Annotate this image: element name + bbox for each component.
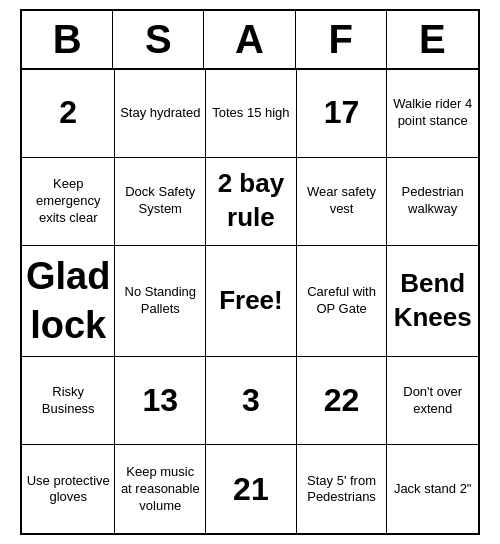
header-letter-s: S [113, 11, 204, 68]
bingo-cell-22: 21 [206, 445, 297, 533]
bingo-cell-19: Don't over extend [387, 357, 478, 445]
bingo-cell-2: Totes 15 high [206, 70, 297, 158]
bingo-cell-12: Free! [206, 246, 297, 358]
bingo-cell-7: 2 bay rule [206, 158, 297, 246]
bingo-header: BSAFE [22, 11, 478, 70]
bingo-cell-20: Use protective gloves [22, 445, 115, 533]
bingo-grid: 2Stay hydratedTotes 15 high17Walkie ride… [22, 70, 478, 534]
bingo-cell-21: Keep music at reasonable volume [115, 445, 206, 533]
bingo-cell-1: Stay hydrated [115, 70, 206, 158]
bingo-cell-6: Dock Safety System [115, 158, 206, 246]
bingo-cell-10: Glad lock [22, 246, 115, 358]
header-letter-f: F [296, 11, 387, 68]
bingo-cell-18: 22 [297, 357, 388, 445]
bingo-cell-0: 2 [22, 70, 115, 158]
bingo-cell-4: Walkie rider 4 point stance [387, 70, 478, 158]
header-letter-b: B [22, 11, 113, 68]
bingo-card: BSAFE 2Stay hydratedTotes 15 high17Walki… [20, 9, 480, 536]
bingo-cell-13: Careful with OP Gate [297, 246, 388, 358]
bingo-cell-14: Bend Knees [387, 246, 478, 358]
bingo-cell-8: Wear safety vest [297, 158, 388, 246]
header-letter-a: A [204, 11, 295, 68]
bingo-cell-23: Stay 5' from Pedestrians [297, 445, 388, 533]
bingo-cell-5: Keep emergency exits clear [22, 158, 115, 246]
bingo-cell-3: 17 [297, 70, 388, 158]
bingo-cell-11: No Standing Pallets [115, 246, 206, 358]
bingo-cell-17: 3 [206, 357, 297, 445]
bingo-cell-15: Risky Business [22, 357, 115, 445]
header-letter-e: E [387, 11, 478, 68]
bingo-cell-24: Jack stand 2" [387, 445, 478, 533]
bingo-cell-16: 13 [115, 357, 206, 445]
bingo-cell-9: Pedestrian walkway [387, 158, 478, 246]
